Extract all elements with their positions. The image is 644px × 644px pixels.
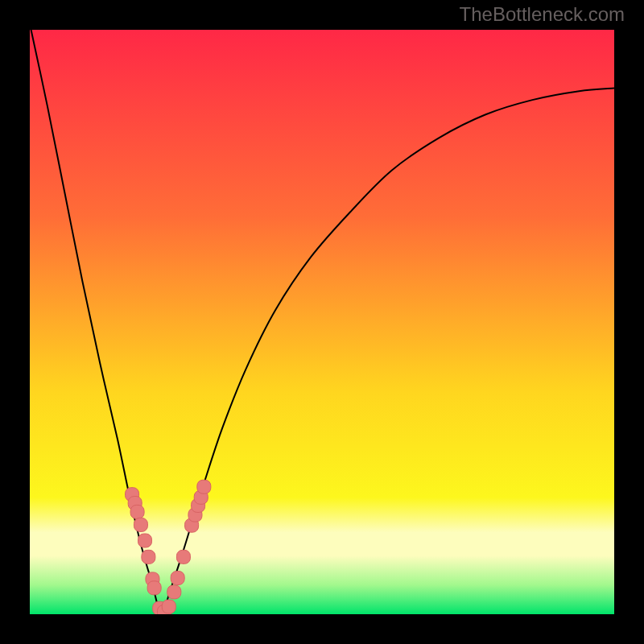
data-marker [142, 550, 155, 564]
data-marker [167, 585, 181, 599]
watermark-text: TheBottleneck.com [460, 3, 625, 26]
data-marker [130, 505, 144, 518]
data-marker [134, 518, 147, 531]
data-marker [176, 550, 190, 564]
plot-area [30, 30, 614, 614]
chart-background-gradient [30, 30, 614, 614]
data-marker [147, 581, 161, 595]
chart-svg [30, 30, 614, 614]
data-marker [138, 534, 152, 547]
data-marker [171, 571, 184, 584]
data-marker [162, 600, 175, 613]
data-marker [197, 480, 211, 493]
chart-container: TheBottleneck.com [0, 0, 644, 644]
